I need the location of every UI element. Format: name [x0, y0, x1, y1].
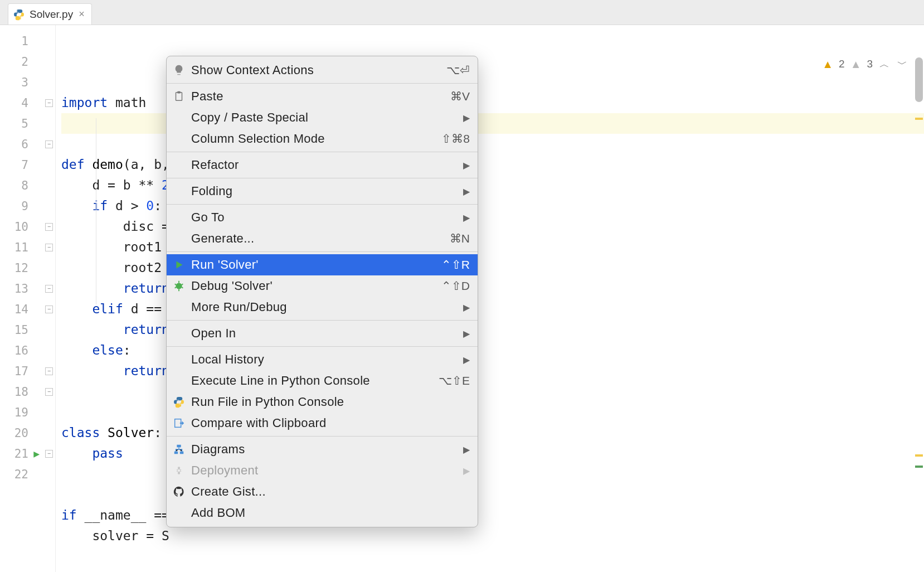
blank-icon: [172, 132, 186, 146]
svg-rect-8: [180, 452, 183, 454]
svg-rect-6: [177, 445, 181, 448]
line-number: 16: [0, 340, 55, 361]
tab-bar: Solver.py ×: [0, 0, 924, 25]
menu-item-run-file-in-python-console[interactable]: Run File in Python Console: [167, 391, 478, 413]
menu-item-label: Execute Line in Python Console: [191, 374, 433, 388]
svg-point-0: [17, 10, 18, 11]
menu-item-copy-paste-special[interactable]: Copy / Paste Special▶: [167, 107, 478, 128]
scrollbar-thumb[interactable]: [915, 57, 923, 102]
chevron-down-icon[interactable]: ﹀: [896, 57, 908, 71]
submenu-arrow-icon: ▶: [463, 355, 470, 365]
menu-item-label: Folding: [191, 184, 458, 198]
menu-item-run-solver[interactable]: Run 'Solver'⌃⇧R: [167, 254, 478, 275]
warning-icon: ▲: [822, 58, 833, 71]
tab-filename: Solver.py: [30, 8, 73, 21]
svg-rect-3: [177, 91, 181, 94]
menu-item-label: More Run/Debug: [191, 300, 458, 314]
menu-separator: [167, 204, 478, 205]
close-tab-icon[interactable]: ×: [77, 8, 86, 20]
fold-handle-icon[interactable]: −: [45, 140, 53, 148]
line-number: 14−: [0, 299, 55, 319]
line-number: 19: [0, 402, 55, 423]
fold-handle-icon[interactable]: −: [45, 450, 53, 458]
blank-icon: [172, 211, 186, 224]
line-number: 17−: [0, 361, 55, 381]
menu-item-label: Compare with Clipboard: [191, 416, 470, 430]
menu-item-label: Debug 'Solver': [191, 279, 436, 293]
menu-item-compare-with-clipboard[interactable]: Compare with Clipboard: [167, 413, 478, 434]
menu-item-go-to[interactable]: Go To▶: [167, 207, 478, 228]
menu-item-label: Run File in Python Console: [191, 395, 470, 409]
blank-icon: [172, 353, 186, 366]
warning-count: 2: [839, 58, 845, 70]
menu-item-more-run-debug[interactable]: More Run/Debug▶: [167, 297, 478, 318]
menu-item-folding[interactable]: Folding▶: [167, 181, 478, 202]
line-number: 10−: [0, 216, 55, 237]
menu-item-shortcut: ⌘N: [450, 232, 470, 245]
menu-item-diagrams[interactable]: Diagrams▶: [167, 439, 478, 460]
menu-item-shortcut: ⌃⇧R: [441, 258, 470, 272]
fold-handle-icon[interactable]: −: [45, 388, 53, 396]
menu-item-label: Add BOM: [191, 506, 470, 520]
line-number: 12: [0, 258, 55, 278]
fold-handle-icon[interactable]: −: [45, 244, 53, 251]
compare-icon: [172, 416, 186, 430]
run-gutter-icon[interactable]: ▶: [33, 448, 40, 459]
line-number: 20: [0, 423, 55, 443]
python-icon: [172, 395, 186, 409]
submenu-arrow-icon: ▶: [463, 113, 470, 123]
menu-item-debug-solver[interactable]: Debug 'Solver'⌃⇧D: [167, 275, 478, 297]
fold-handle-icon[interactable]: −: [45, 306, 53, 313]
submenu-arrow-icon: ▶: [463, 186, 470, 197]
line-number: 5: [0, 113, 55, 134]
blank-icon: [172, 506, 186, 520]
menu-item-add-bom[interactable]: Add BOM: [167, 502, 478, 523]
svg-rect-2: [176, 93, 182, 101]
menu-separator: [167, 346, 478, 347]
menu-item-refactor[interactable]: Refactor▶: [167, 154, 478, 176]
inspection-widget[interactable]: ▲ 2 ▲ 3 ︿ ﹀: [822, 57, 908, 71]
python-file-icon: [13, 8, 25, 21]
menu-item-deployment: Deployment▶: [167, 460, 478, 481]
menu-item-label: Show Context Actions: [191, 63, 441, 77]
menu-item-shortcut: ⌥⇧E: [439, 374, 470, 387]
menu-item-execute-line-in-python-console[interactable]: Execute Line in Python Console⌥⇧E: [167, 370, 478, 391]
menu-item-shortcut: ⌥⏎: [446, 64, 470, 77]
deploy-icon: [172, 464, 186, 477]
menu-item-generate[interactable]: Generate...⌘N: [167, 228, 478, 249]
weak-warning-count: 3: [867, 58, 873, 70]
vertical-scrollbar[interactable]: [915, 53, 923, 572]
menu-item-local-history[interactable]: Local History▶: [167, 349, 478, 370]
context-menu: Show Context Actions⌥⏎Paste⌘VCopy / Past…: [166, 56, 478, 527]
weak-warning-icon: ▲: [850, 58, 862, 71]
fold-handle-icon[interactable]: −: [45, 367, 53, 375]
menu-item-column-selection-mode[interactable]: Column Selection Mode⇧⌘8: [167, 128, 478, 149]
chevron-up-icon[interactable]: ︿: [878, 57, 891, 71]
menu-item-create-gist[interactable]: Create Gist...: [167, 481, 478, 502]
menu-separator: [167, 152, 478, 152]
blank-icon: [172, 232, 186, 245]
fold-handle-icon[interactable]: −: [45, 99, 53, 107]
menu-item-paste[interactable]: Paste⌘V: [167, 86, 478, 107]
menu-separator: [167, 320, 478, 321]
file-tab[interactable]: Solver.py ×: [8, 3, 92, 25]
fold-handle-icon[interactable]: −: [45, 223, 53, 231]
line-number: 2: [0, 51, 55, 72]
svg-point-4: [176, 283, 182, 289]
code-line[interactable]: solver = S: [61, 526, 924, 546]
menu-separator: [167, 83, 478, 84]
gutter: 1234−56−78910−11−1213−14−151617−18−19202…: [0, 25, 56, 572]
menu-item-show-context-actions[interactable]: Show Context Actions⌥⏎: [167, 60, 478, 81]
menu-item-open-in[interactable]: Open In▶: [167, 323, 478, 344]
line-number: 18−: [0, 381, 55, 402]
menu-item-label: Column Selection Mode: [191, 132, 436, 146]
menu-item-label: Create Gist...: [191, 484, 470, 499]
fold-handle-icon[interactable]: −: [45, 285, 53, 293]
github-icon: [172, 485, 186, 498]
submenu-arrow-icon: ▶: [463, 160, 470, 171]
blank-icon: [172, 327, 186, 340]
menu-item-shortcut: ⌃⇧D: [441, 279, 470, 293]
blank-icon: [172, 374, 186, 387]
menu-item-label: Paste: [191, 89, 445, 104]
submenu-arrow-icon: ▶: [463, 328, 470, 339]
